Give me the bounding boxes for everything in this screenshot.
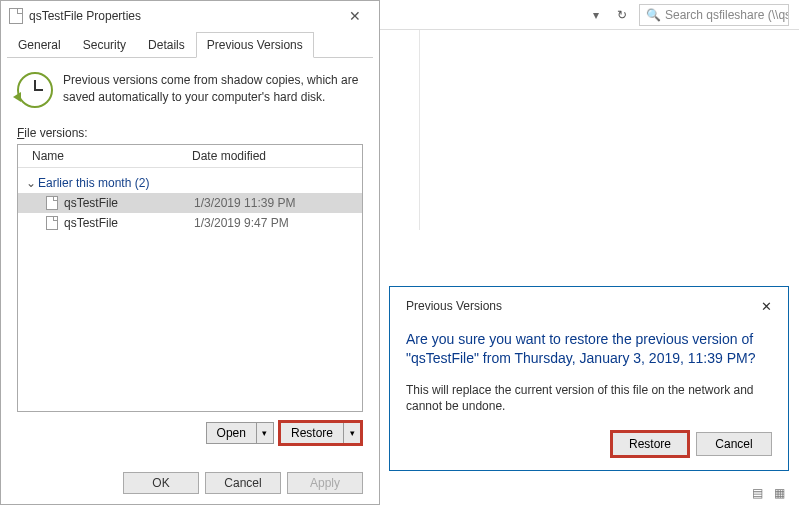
item-date: 1/3/2019 11:39 PM (194, 196, 295, 210)
ok-button[interactable]: OK (123, 472, 199, 494)
explorer-sidebar-strip (380, 30, 420, 230)
search-icon: 🔍 (646, 8, 661, 22)
open-dropdown-icon[interactable]: ▾ (257, 423, 273, 443)
dialog-footer: OK Cancel Apply (1, 462, 379, 504)
cancel-button[interactable]: Cancel (205, 472, 281, 494)
item-name: qsTestFile (64, 216, 194, 230)
list-item[interactable]: qsTestFile 1/3/2019 9:47 PM (18, 213, 362, 233)
column-name[interactable]: Name (32, 149, 192, 163)
details-view-icon[interactable]: ▤ (749, 486, 765, 500)
restore-button[interactable]: Restore ▾ (280, 422, 361, 444)
thumbnails-view-icon[interactable]: ▦ (771, 486, 787, 500)
confirm-subtext: This will replace the current version of… (406, 382, 772, 414)
chevron-down-icon: ⌄ (26, 176, 38, 190)
properties-dialog: qsTestFile Properties ✕ General Security… (0, 0, 380, 505)
info-text: Previous versions come from shadow copie… (63, 72, 363, 106)
window-title: qsTestFile Properties (29, 9, 335, 23)
item-date: 1/3/2019 9:47 PM (194, 216, 289, 230)
tab-general[interactable]: General (7, 32, 72, 58)
titlebar[interactable]: qsTestFile Properties ✕ (1, 1, 379, 31)
view-switcher[interactable]: ▤ ▦ (749, 486, 787, 500)
list-item[interactable]: qsTestFile 1/3/2019 11:39 PM (18, 193, 362, 213)
tab-details[interactable]: Details (137, 32, 196, 58)
apply-button: Apply (287, 472, 363, 494)
versions-listbox[interactable]: Name Date modified ⌄ Earlier this month … (17, 144, 363, 412)
document-icon (9, 8, 23, 24)
close-icon[interactable]: ✕ (335, 8, 375, 24)
search-input[interactable]: 🔍 Search qsfileshare (\\qsstorag... (639, 4, 789, 26)
confirm-restore-button[interactable]: Restore (612, 432, 688, 456)
confirm-cancel-button[interactable]: Cancel (696, 432, 772, 456)
close-icon[interactable]: ✕ (761, 299, 772, 314)
list-header[interactable]: Name Date modified (18, 145, 362, 168)
open-button[interactable]: Open ▾ (206, 422, 274, 444)
group-earlier-this-month[interactable]: ⌄ Earlier this month (2) (18, 168, 362, 193)
file-versions-label: File versions: (17, 126, 363, 140)
search-placeholder: Search qsfileshare (\\qsstorag... (665, 8, 789, 22)
tab-security[interactable]: Security (72, 32, 137, 58)
dropdown-icon[interactable]: ▾ (587, 6, 605, 24)
confirm-message: Are you sure you want to restore the pre… (406, 330, 772, 368)
restore-dropdown-icon[interactable]: ▾ (344, 423, 360, 443)
tab-previous-versions[interactable]: Previous Versions (196, 32, 314, 58)
confirm-dialog: Previous Versions ✕ Are you sure you wan… (389, 286, 789, 471)
refresh-icon[interactable]: ↻ (613, 6, 631, 24)
document-icon (46, 196, 58, 210)
column-date[interactable]: Date modified (192, 149, 352, 163)
item-name: qsTestFile (64, 196, 194, 210)
tab-strip: General Security Details Previous Versio… (7, 31, 373, 58)
restore-clock-icon (17, 72, 53, 108)
confirm-title: Previous Versions (406, 299, 502, 314)
document-icon (46, 216, 58, 230)
